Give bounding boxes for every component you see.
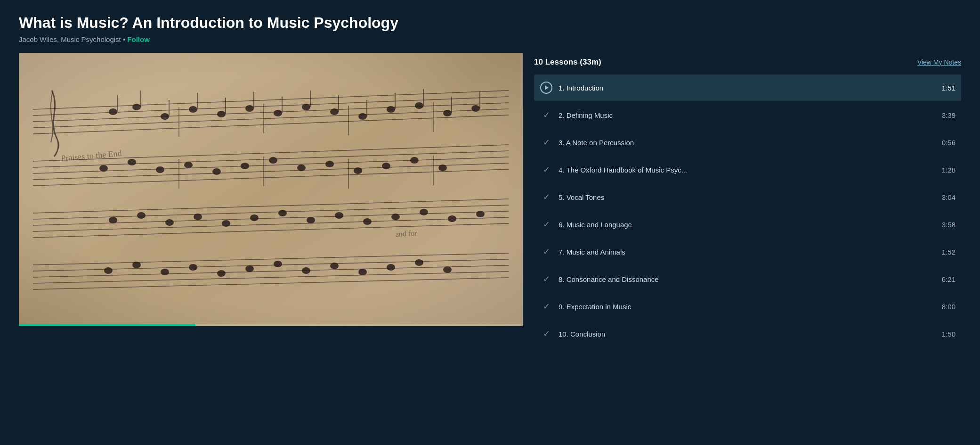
author-name: Jacob Wiles, Music Psychologist — [19, 35, 121, 43]
view-my-notes-link[interactable]: View My Notes — [917, 58, 961, 66]
lesson-title: 5. Vocal Tones — [559, 193, 936, 201]
lesson-duration: 3:39 — [942, 111, 956, 119]
lesson-title: 9. Expectation in Music — [559, 303, 936, 311]
lesson-duration: 1:28 — [942, 166, 956, 174]
lesson-duration: 1:50 — [942, 330, 956, 338]
lessons-count: 10 Lessons (33m) — [534, 58, 601, 67]
check-icon: ✓ — [540, 190, 553, 204]
lesson-item[interactable]: ✓7. Music and Animals1:52 — [534, 239, 961, 265]
lesson-item[interactable]: ✓9. Expectation in Music8:00 — [534, 293, 961, 320]
page-header: What is Music? An Introduction to Music … — [19, 14, 961, 43]
check-icon: ✓ — [540, 327, 553, 340]
check-icon: ✓ — [540, 218, 553, 231]
page-title: What is Music? An Introduction to Music … — [19, 14, 961, 32]
lesson-item[interactable]: ✓4. The Oxford Handbook of Music Psyc...… — [534, 157, 961, 183]
check-icon: ✓ — [540, 163, 553, 176]
follow-button[interactable]: Follow — [127, 35, 150, 43]
lessons-list: 1. Introduction1:51✓2. Defining Music3:3… — [534, 74, 961, 347]
lesson-duration: 3:58 — [942, 221, 956, 229]
author-line: Jacob Wiles, Music Psychologist • Follow — [19, 35, 961, 43]
lesson-duration: 8:00 — [942, 303, 956, 311]
video-thumbnail[interactable]: Praises to the End and for — [19, 53, 523, 326]
lesson-title: 8. Consonance and Dissonance — [559, 275, 936, 283]
check-icon: ✓ — [540, 300, 553, 313]
content-area: Praises to the End and for — [19, 53, 961, 348]
lesson-item[interactable]: ✓2. Defining Music3:39 — [534, 102, 961, 128]
lesson-item[interactable]: ✓3. A Note on Percussion0:56 — [534, 129, 961, 156]
lesson-item[interactable]: ✓10. Conclusion1:50 — [534, 321, 961, 347]
lesson-title: 4. The Oxford Handbook of Music Psyc... — [559, 166, 936, 174]
progress-bar[interactable] — [19, 324, 523, 326]
lesson-title: 10. Conclusion — [559, 330, 936, 338]
lesson-item[interactable]: ✓6. Music and Language3:58 — [534, 211, 961, 238]
author-separator: • — [123, 35, 127, 43]
lesson-duration: 0:56 — [942, 139, 956, 147]
lesson-title: 1. Introduction — [559, 84, 936, 92]
video-container: Praises to the End and for — [19, 53, 523, 326]
lesson-item[interactable]: ✓5. Vocal Tones3:04 — [534, 184, 961, 210]
lesson-title: 3. A Note on Percussion — [559, 139, 936, 147]
svg-rect-100 — [19, 53, 523, 326]
check-icon: ✓ — [540, 245, 553, 258]
lesson-title: 6. Music and Language — [559, 221, 936, 229]
check-icon: ✓ — [540, 108, 553, 122]
progress-bar-fill — [19, 324, 195, 326]
lesson-title: 2. Defining Music — [559, 111, 936, 119]
lesson-item[interactable]: 1. Introduction1:51 — [534, 74, 961, 101]
check-icon: ✓ — [540, 136, 553, 149]
lessons-header: 10 Lessons (33m) View My Notes — [534, 53, 961, 74]
lesson-duration: 6:21 — [942, 275, 956, 283]
play-icon — [540, 81, 553, 94]
lesson-title: 7. Music and Animals — [559, 248, 936, 256]
lesson-item[interactable]: ✓8. Consonance and Dissonance6:21 — [534, 266, 961, 292]
lesson-duration: 1:52 — [942, 248, 956, 256]
lesson-duration: 3:04 — [942, 193, 956, 201]
lessons-panel: 10 Lessons (33m) View My Notes 1. Introd… — [523, 53, 961, 348]
check-icon: ✓ — [540, 272, 553, 286]
lesson-duration: 1:51 — [942, 84, 956, 92]
